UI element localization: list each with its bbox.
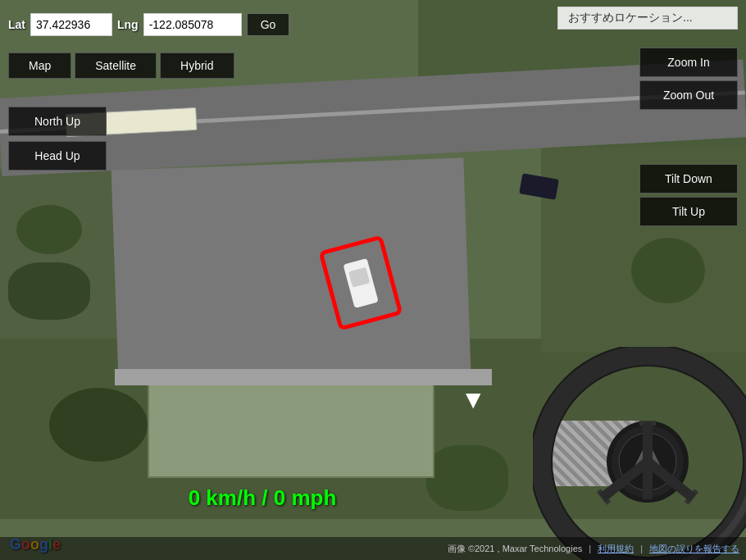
tree-cluster-1 [16, 205, 82, 254]
map-type-map-button[interactable]: Map [8, 52, 71, 79]
terms-link[interactable]: 利用規約 [591, 543, 640, 555]
map-type-hybrid-button[interactable]: Hybrid [160, 52, 234, 79]
tilt-controls: Tilt Down Tilt Up [639, 164, 738, 226]
building-bottom [148, 380, 434, 478]
lng-input[interactable] [143, 13, 242, 36]
lng-label: Lng [117, 18, 139, 31]
go-button[interactable]: Go [247, 13, 290, 36]
tree-cluster-2 [8, 262, 90, 320]
speed-display: 0 km/h / 0 mph [0, 485, 525, 511]
zoom-in-button[interactable]: Zoom In [639, 48, 738, 77]
bottom-bar: 画像 ©2021 , Maxar Technologies | 利用規約 | 地… [0, 537, 746, 560]
zoom-out-button[interactable]: Zoom Out [639, 80, 738, 110]
tilt-down-button[interactable]: Tilt Down [639, 164, 738, 193]
path-horizontal [115, 369, 492, 385]
left-controls: North Up Head Up [8, 107, 107, 171]
head-up-button[interactable]: Head Up [8, 141, 107, 171]
location-suggest-input[interactable]: おすすめロケーション... [557, 7, 738, 30]
north-up-button[interactable]: North Up [8, 107, 107, 136]
tilt-up-button[interactable]: Tilt Up [639, 197, 738, 226]
parking-lot [111, 158, 471, 384]
player-car [343, 258, 378, 308]
tree-cluster-3 [631, 238, 705, 303]
right-controls: Zoom In Zoom Out [639, 48, 738, 110]
copyright-text: 画像 ©2021 , Maxar Technologies [441, 543, 589, 555]
steering-wheel [533, 347, 746, 560]
speed-text: 0 km/h / 0 mph [189, 485, 337, 510]
report-error-link[interactable]: 地図の誤りを報告する [643, 543, 746, 555]
location-suggest-text: おすすめロケーション... [568, 11, 693, 25]
top-bar: Lat Lng Go おすすめロケーション... [0, 0, 746, 49]
ground-arrow: ▶ [463, 394, 486, 408]
tree-cluster-4 [49, 388, 148, 462]
map-type-bar: Map Satellite Hybrid [0, 48, 353, 82]
lat-input[interactable] [30, 13, 112, 36]
map-type-satellite-button[interactable]: Satellite [75, 52, 157, 79]
lat-label: Lat [8, 18, 25, 31]
